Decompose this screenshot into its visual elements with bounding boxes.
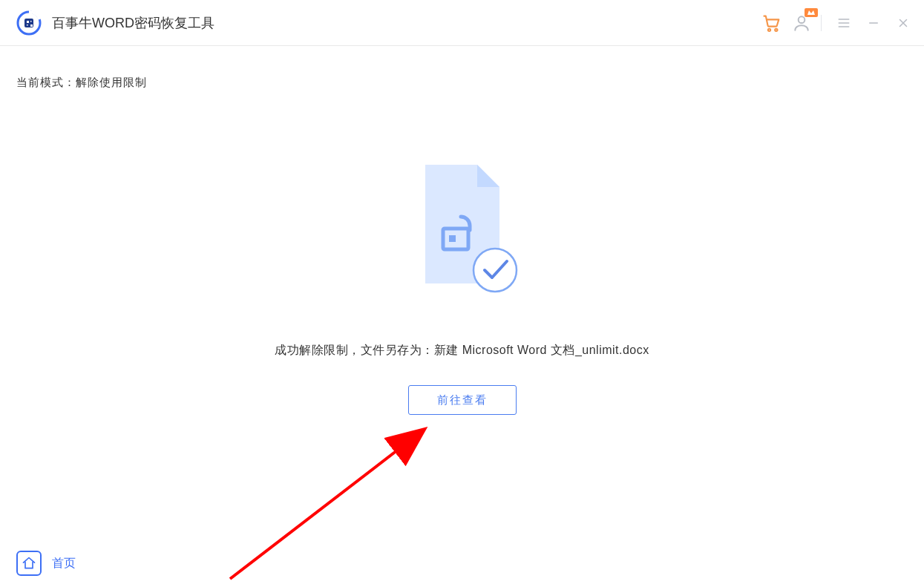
go-view-button[interactable]: 前往查看 (408, 385, 517, 415)
svg-rect-16 (449, 235, 456, 242)
cart-icon (761, 13, 782, 33)
app-title: 百事牛WORD密码恢复工具 (52, 14, 214, 32)
svg-point-6 (768, 28, 770, 30)
minimize-icon (867, 16, 880, 30)
svg-rect-5 (30, 24, 33, 27)
vip-badge-icon (805, 8, 818, 17)
success-message: 成功解除限制，文件另存为：新建 Microsoft Word 文档_unlimi… (275, 343, 649, 358)
svg-point-7 (775, 28, 777, 30)
mode-value: 解除使用限制 (76, 76, 147, 88)
home-link[interactable]: 首页 (16, 551, 76, 576)
minimize-button[interactable] (860, 10, 887, 36)
svg-rect-2 (27, 21, 29, 23)
document-unlocked-icon (396, 157, 529, 306)
menu-icon (836, 16, 851, 30)
svg-rect-4 (27, 24, 28, 26)
cart-button[interactable] (758, 10, 785, 36)
titlebar: 百事牛WORD密码恢复工具 (0, 0, 924, 46)
close-button[interactable] (890, 10, 917, 36)
close-icon (897, 16, 910, 30)
main-content: 当前模式：解除使用限制 成功解除限制，文件 (0, 46, 924, 548)
app-logo-icon (16, 10, 42, 36)
svg-point-17 (474, 249, 517, 292)
success-prefix: 成功解除限制，文件另存为： (275, 344, 434, 356)
checkmark-icon (474, 249, 517, 292)
footer: 首页 (0, 544, 924, 583)
go-view-label: 前往查看 (437, 393, 488, 407)
result-panel: 成功解除限制，文件另存为：新建 Microsoft Word 文档_unlimi… (0, 157, 924, 415)
mode-label: 当前模式： (16, 76, 76, 88)
menu-button[interactable] (830, 10, 857, 36)
titlebar-separator (821, 15, 822, 31)
user-button[interactable] (788, 10, 815, 36)
saved-filename: 新建 Microsoft Word 文档_unlimit.docx (434, 344, 649, 356)
home-label: 首页 (52, 556, 76, 571)
current-mode: 当前模式：解除使用限制 (16, 76, 908, 90)
home-icon (16, 551, 42, 576)
svg-point-8 (799, 16, 805, 23)
svg-rect-3 (30, 21, 32, 22)
